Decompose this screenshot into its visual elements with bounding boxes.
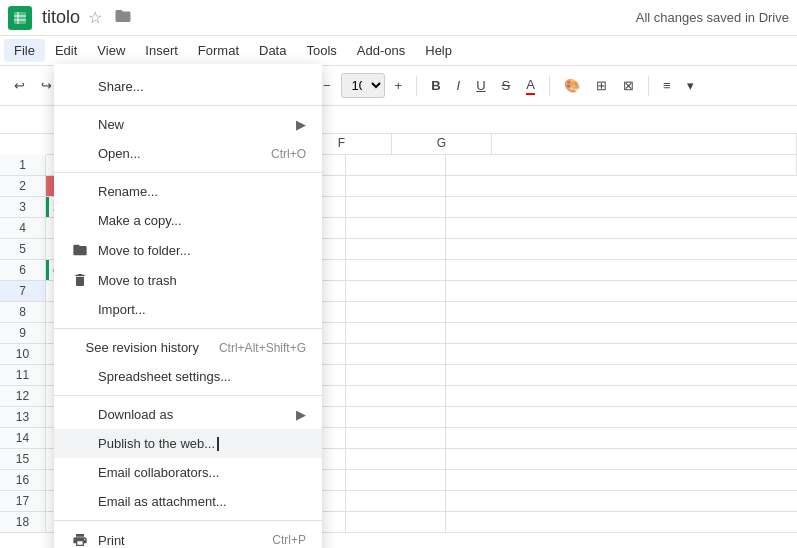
file-dropdown-menu: Share... New ▶ Open... Ctrl+O Rename... … bbox=[54, 64, 322, 548]
menu-help[interactable]: Help bbox=[415, 39, 462, 62]
menu-file[interactable]: File bbox=[4, 39, 45, 62]
menu-section-file-ops: Rename... Make a copy... Move to folder.… bbox=[54, 173, 322, 329]
menu-insert[interactable]: Insert bbox=[135, 39, 188, 62]
cell-g7[interactable] bbox=[346, 281, 446, 301]
cell-g5[interactable] bbox=[346, 239, 446, 259]
text-cursor bbox=[217, 437, 219, 451]
menu-item-download-as[interactable]: Download as ▶ bbox=[54, 400, 322, 429]
col-header-rest bbox=[492, 134, 797, 154]
menu-item-revision-history[interactable]: See revision history Ctrl+Alt+Shift+G bbox=[54, 333, 322, 362]
row-num-7: 7 bbox=[0, 281, 46, 301]
menu-section-share: Share... bbox=[54, 68, 322, 106]
download-arrow-icon: ▶ bbox=[296, 407, 306, 422]
trash-icon bbox=[70, 272, 90, 288]
cell-rest-2 bbox=[446, 176, 797, 196]
cell-rest-6 bbox=[446, 260, 797, 280]
menu-section-print: Print Ctrl+P bbox=[54, 521, 322, 548]
cell-g2[interactable] bbox=[346, 176, 446, 196]
row-num-1: 1 bbox=[0, 155, 46, 175]
cell-g6[interactable] bbox=[346, 260, 446, 280]
cell-rest-5 bbox=[446, 239, 797, 259]
font-size-select[interactable]: 10 bbox=[341, 73, 385, 98]
menu-bar: File Edit View Insert Format Data Tools … bbox=[0, 36, 797, 66]
star-icon[interactable]: ☆ bbox=[88, 8, 102, 27]
text-color-button[interactable]: A bbox=[520, 73, 541, 99]
col-header-g[interactable]: G bbox=[392, 134, 492, 154]
folder-icon[interactable] bbox=[114, 7, 132, 28]
drive-status: All changes saved in Drive bbox=[636, 10, 789, 25]
strikethrough-button[interactable]: S bbox=[496, 74, 517, 97]
italic-button[interactable]: I bbox=[451, 74, 467, 97]
cell-g3[interactable] bbox=[346, 197, 446, 217]
row-num-5: 5 bbox=[0, 239, 46, 259]
menu-item-move-folder[interactable]: Move to folder... bbox=[54, 235, 322, 265]
menu-tools[interactable]: Tools bbox=[296, 39, 346, 62]
cell-rest-4 bbox=[446, 218, 797, 238]
menu-item-publish-web[interactable]: Publish to the web... bbox=[54, 429, 322, 458]
borders-button[interactable]: ⊞ bbox=[590, 74, 613, 97]
divider6 bbox=[648, 76, 649, 96]
merge-button[interactable]: ⊠ bbox=[617, 74, 640, 97]
arrow-icon: ▶ bbox=[296, 117, 306, 132]
row-num-4: 4 bbox=[0, 218, 46, 238]
menu-section-new-open: New ▶ Open... Ctrl+O bbox=[54, 106, 322, 173]
doc-title: titolo bbox=[42, 7, 80, 28]
print-icon bbox=[70, 532, 90, 548]
menu-data[interactable]: Data bbox=[249, 39, 296, 62]
menu-item-email-collaborators[interactable]: Email collaborators... bbox=[54, 458, 322, 487]
menu-section-share-publish: Download as ▶ Publish to the web... Emai… bbox=[54, 396, 322, 521]
underline-button[interactable]: U bbox=[470, 74, 491, 97]
menu-view[interactable]: View bbox=[87, 39, 135, 62]
menu-item-open[interactable]: Open... Ctrl+O bbox=[54, 139, 322, 168]
row-num-3: 3 bbox=[0, 197, 46, 217]
align-left-button[interactable]: ≡ bbox=[657, 74, 677, 97]
cell-rest-3 bbox=[446, 197, 797, 217]
menu-item-spreadsheet-settings[interactable]: Spreadsheet settings... bbox=[54, 362, 322, 391]
cell-rest-7 bbox=[446, 281, 797, 301]
menu-item-import[interactable]: Import... bbox=[54, 295, 322, 324]
title-bar: titolo ☆ All changes saved in Drive bbox=[0, 0, 797, 36]
menu-item-rename[interactable]: Rename... bbox=[54, 177, 322, 206]
font-size-increase[interactable]: + bbox=[389, 74, 409, 97]
more-button[interactable]: ▾ bbox=[681, 74, 700, 97]
cell-rest-1 bbox=[446, 155, 797, 175]
folder-move-icon bbox=[70, 242, 90, 258]
menu-format[interactable]: Format bbox=[188, 39, 249, 62]
undo-button[interactable]: ↩ bbox=[8, 74, 31, 97]
row-num-6: 6 bbox=[0, 260, 46, 280]
app-icon bbox=[8, 6, 32, 30]
menu-section-history: See revision history Ctrl+Alt+Shift+G Sp… bbox=[54, 329, 322, 396]
menu-edit[interactable]: Edit bbox=[45, 39, 87, 62]
divider5 bbox=[549, 76, 550, 96]
cell-g4[interactable] bbox=[346, 218, 446, 238]
svg-rect-0 bbox=[14, 12, 26, 24]
menu-item-move-trash[interactable]: Move to trash bbox=[54, 265, 322, 295]
menu-item-share[interactable]: Share... bbox=[54, 72, 322, 101]
row-num-2: 2 bbox=[0, 176, 46, 196]
bold-button[interactable]: B bbox=[425, 74, 446, 97]
menu-item-new[interactable]: New ▶ bbox=[54, 110, 322, 139]
menu-item-print[interactable]: Print Ctrl+P bbox=[54, 525, 322, 548]
fill-color-button[interactable]: 🎨 bbox=[558, 74, 586, 97]
menu-item-email-attachment[interactable]: Email as attachment... bbox=[54, 487, 322, 516]
menu-addons[interactable]: Add-ons bbox=[347, 39, 415, 62]
divider4 bbox=[416, 76, 417, 96]
menu-item-make-copy[interactable]: Make a copy... bbox=[54, 206, 322, 235]
cell-g1[interactable] bbox=[346, 155, 446, 175]
